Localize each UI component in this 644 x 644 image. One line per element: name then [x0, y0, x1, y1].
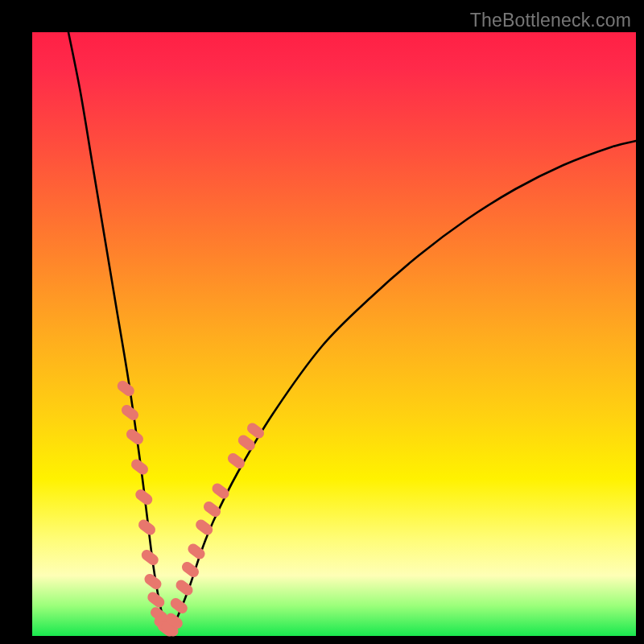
bottleneck-curve — [68, 32, 636, 630]
curve-marker — [209, 507, 216, 512]
watermark-text: TheBottleneck.com — [470, 10, 631, 31]
curve-marker — [253, 428, 259, 433]
curve-marker — [132, 435, 138, 440]
curve-marker — [217, 489, 224, 493]
curve-marker — [181, 585, 188, 590]
curve-marker — [167, 626, 173, 631]
curve-marker — [201, 525, 208, 530]
plot-area — [32, 32, 636, 636]
curve-marker — [141, 495, 147, 500]
curve-markers — [122, 386, 258, 632]
curve-marker — [193, 549, 200, 554]
curve-marker — [147, 555, 153, 560]
curve-marker — [243, 440, 250, 445]
curve-marker — [188, 568, 194, 572]
curve-marker — [144, 525, 151, 530]
curve-marker — [137, 464, 143, 469]
curve-marker — [150, 580, 156, 584]
chart-svg — [32, 32, 636, 636]
chart-frame: TheBottleneck.com — [0, 0, 644, 644]
curve-marker — [127, 411, 134, 415]
curve-marker — [122, 386, 129, 391]
curve-marker — [171, 618, 177, 623]
curve-marker — [233, 459, 240, 464]
curve-marker — [153, 597, 159, 602]
curve-marker — [175, 604, 182, 609]
